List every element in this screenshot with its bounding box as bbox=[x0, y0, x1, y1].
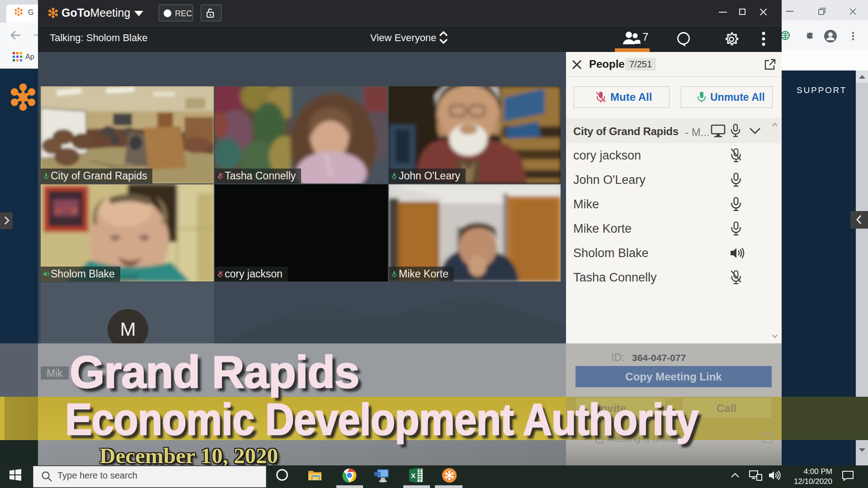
svg-text:X: X bbox=[411, 472, 415, 479]
